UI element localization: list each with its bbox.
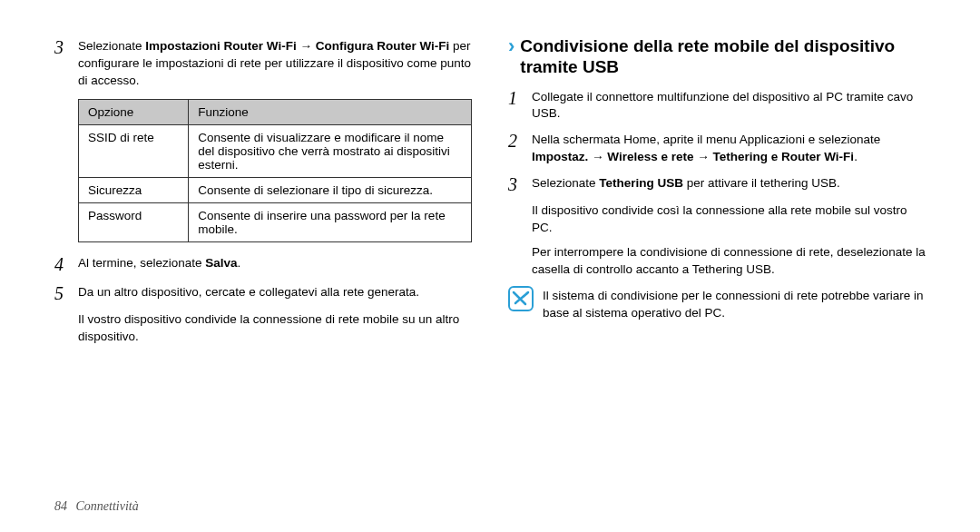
paragraph: Per interrompere la condivisione di conn… — [532, 244, 926, 279]
step-text: Al termine, selezionate Salva. — [78, 253, 472, 272]
step-2-right: 2 Nella schermata Home, aprite il menu A… — [508, 130, 926, 166]
table-row: Sicurezza Consente di selezionare il tip… — [79, 177, 472, 202]
bold-text: Configura Router Wi-Fi — [316, 39, 450, 53]
bold-text: Salva — [205, 256, 237, 270]
page-body: 3 Selezionate Impostazioni Router Wi-Fi … — [54, 36, 926, 352]
chevron-right-icon: › — [508, 36, 514, 56]
page-footer: 84 Connettività — [54, 499, 139, 514]
text-fragment: per attivare il tethering USB. — [683, 176, 840, 190]
paragraph: Il dispositivo condivide così la conness… — [532, 202, 926, 237]
table-cell: SSID di rete — [79, 124, 189, 177]
arrow-text: → — [588, 150, 607, 163]
text-fragment: . — [238, 256, 241, 270]
arrow-text: → — [693, 150, 712, 163]
note-icon — [508, 286, 534, 311]
text-fragment: Al termine, selezionate — [78, 256, 205, 270]
note-block: Il sistema di condivisione per le connes… — [508, 286, 926, 322]
text-fragment: . — [854, 150, 858, 163]
table-cell: Consente di selezionare il tipo di sicur… — [189, 177, 472, 202]
table-header-row: Opzione Funzione — [79, 99, 472, 124]
table-cell: Sicurezza — [79, 177, 189, 202]
left-column: 3 Selezionate Impostazioni Router Wi-Fi … — [54, 36, 472, 352]
text-fragment: Selezionate — [78, 39, 145, 53]
page-number: 84 — [54, 499, 67, 513]
step-text: Selezionate Tethering USB per attivare i… — [532, 173, 926, 192]
text-fragment: Nella schermata Home, aprite il menu App… — [532, 133, 880, 146]
bold-text: Impostazioni Router Wi-Fi — [145, 39, 296, 53]
step-number: 4 — [54, 253, 78, 275]
step-3-left: 3 Selezionate Impostazioni Router Wi-Fi … — [54, 36, 472, 90]
step-number: 3 — [54, 36, 78, 58]
step-number: 3 — [508, 173, 532, 195]
bold-text: Tethering USB — [599, 176, 683, 190]
step-text: Nella schermata Home, aprite il menu App… — [532, 130, 926, 166]
text-fragment: Selezionate — [532, 176, 599, 190]
step-text: Collegate il connettore multifunzione de… — [532, 87, 926, 123]
heading-text: Condivisione della rete mobile del dispo… — [520, 36, 926, 78]
table-cell: Password — [79, 202, 189, 241]
table-header: Funzione — [189, 99, 472, 124]
note-text: Il sistema di condivisione per le connes… — [543, 286, 926, 322]
arrow-text: → — [297, 39, 316, 53]
table-cell: Consente di visualizzare e modificare il… — [189, 124, 472, 177]
step-text: Selezionate Impostazioni Router Wi-Fi → … — [78, 36, 472, 90]
bold-text: Impostaz. — [532, 150, 588, 163]
paragraph: Il vostro dispositivo condivide la conne… — [78, 311, 472, 346]
section-heading: › Condivisione della rete mobile del dis… — [508, 36, 926, 78]
step-4-left: 4 Al termine, selezionate Salva. — [54, 253, 472, 275]
step-number: 2 — [508, 130, 532, 152]
step-number: 5 — [54, 282, 78, 304]
table-header: Opzione — [79, 99, 189, 124]
table-row: Password Consente di inserire una passwo… — [79, 202, 472, 241]
table-row: SSID di rete Consente di visualizzare e … — [79, 124, 472, 177]
step-5-left: 5 Da un altro dispositivo, cercate e col… — [54, 282, 472, 304]
right-column: › Condivisione della rete mobile del dis… — [508, 36, 926, 352]
step-text: Da un altro dispositivo, cercate e colle… — [78, 282, 472, 301]
bold-text: Tethering USB — [692, 262, 771, 276]
step-number: 1 — [508, 87, 532, 109]
table-cell: Consente di inserire una password per la… — [189, 202, 472, 241]
bold-text: Tethering e Router Wi-Fi — [712, 150, 854, 163]
options-table: Opzione Funzione SSID di rete Consente d… — [78, 99, 472, 242]
step-1-right: 1 Collegate il connettore multifunzione … — [508, 87, 926, 123]
text-fragment: . — [771, 262, 775, 276]
footer-section: Connettività — [76, 499, 139, 513]
step-3-right: 3 Selezionate Tethering USB per attivare… — [508, 173, 926, 195]
bold-text: Wireless e rete — [607, 150, 693, 163]
